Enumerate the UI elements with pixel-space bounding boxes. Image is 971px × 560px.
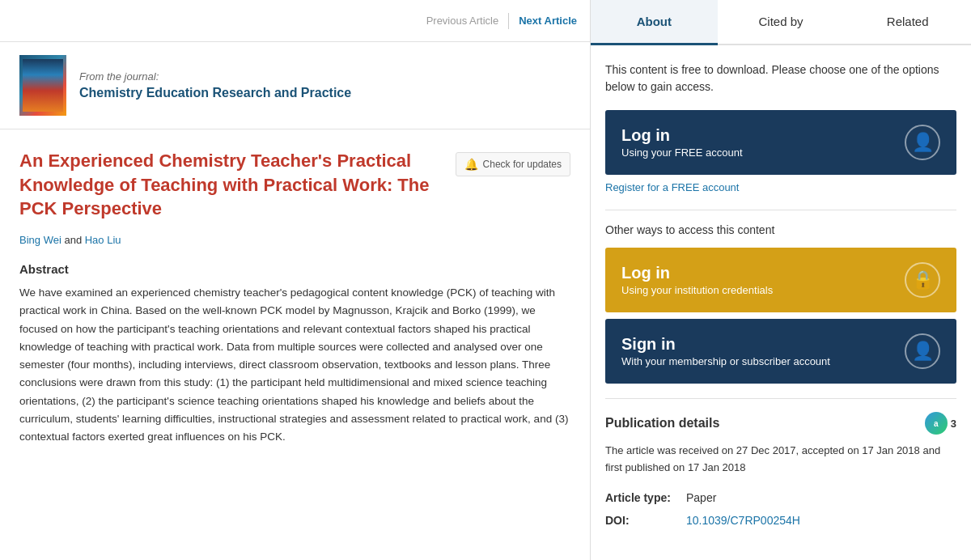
log-in-free-text: Log in Using your FREE account — [621, 126, 743, 159]
log-in-institution-button[interactable]: Log in Using your institution credential… — [605, 248, 956, 312]
doi-value[interactable]: 10.1039/C7RP00254H — [686, 514, 800, 527]
article-nav: Previous Article Next Article — [0, 0, 590, 42]
pub-dates: The article was received on 27 Dec 2017,… — [605, 443, 956, 477]
tab-related[interactable]: Related — [844, 0, 971, 45]
log-in-institution-text: Log in Using your institution credential… — [621, 264, 773, 296]
journal-from-label: From the journal: — [79, 70, 351, 83]
author-separator: and — [64, 234, 84, 246]
journal-info: From the journal: Chemistry Education Re… — [79, 70, 351, 100]
altmetric-badge[interactable]: a 3 — [925, 412, 956, 435]
membership-user-icon: 👤 — [905, 333, 940, 369]
right-content: This content is free to download. Please… — [591, 45, 971, 560]
abstract-label: Abstract — [19, 262, 570, 276]
right-panel: About Cited by Related This content is f… — [591, 0, 971, 560]
bell-icon: 🔔 — [464, 158, 478, 171]
article-title: An Experienced Chemistry Teacher's Pract… — [19, 149, 446, 221]
log-in-institution-sub: Using your institution credentials — [621, 284, 773, 296]
article-area: An Experienced Chemistry Teacher's Pract… — [0, 129, 590, 446]
journal-name[interactable]: Chemistry Education Research and Practic… — [79, 86, 351, 100]
sign-in-button[interactable]: Sign in With your membership or subscrib… — [605, 319, 956, 384]
lock-icon: 🔒 — [905, 262, 940, 298]
author-bing-wei[interactable]: Bing Wei — [19, 234, 61, 246]
pub-divider — [605, 398, 956, 399]
prev-article-link[interactable]: Previous Article — [426, 15, 499, 27]
pub-details-header: Publication details a 3 — [605, 412, 956, 435]
next-article-link[interactable]: Next Article — [519, 15, 577, 27]
doi-row: DOI: 10.1039/C7RP00254H — [605, 514, 956, 527]
tab-bar: About Cited by Related — [591, 0, 971, 45]
log-in-free-sub: Using your FREE account — [621, 146, 743, 159]
divider — [605, 210, 956, 210]
sign-in-text: Sign in With your membership or subscrib… — [621, 335, 830, 367]
access-intro: This content is free to download. Please… — [605, 62, 956, 95]
article-title-row: An Experienced Chemistry Teacher's Pract… — [19, 149, 570, 221]
left-panel: Previous Article Next Article From the j… — [0, 0, 591, 560]
log-in-institution-main: Log in — [621, 264, 773, 282]
register-link[interactable]: Register for a FREE account — [605, 181, 956, 193]
pub-details-title: Publication details — [605, 416, 719, 431]
altmetric-number: 3 — [951, 418, 956, 430]
abstract-text: We have examined an experienced chemistr… — [19, 284, 570, 446]
journal-cover-image — [19, 55, 66, 116]
sign-in-sub: With your membership or subscriber accou… — [621, 355, 830, 367]
article-type-value: Paper — [686, 491, 716, 504]
tab-about[interactable]: About — [591, 0, 718, 45]
sign-in-main: Sign in — [621, 335, 830, 354]
abstract-section: Abstract We have examined an experienced… — [19, 262, 570, 446]
user-icon: 👤 — [905, 125, 940, 160]
journal-header: From the journal: Chemistry Education Re… — [0, 42, 590, 129]
authors: Bing Wei and Hao Liu — [19, 234, 570, 246]
author-hao-liu[interactable]: Hao Liu — [85, 234, 121, 246]
check-updates-label: Check for updates — [483, 159, 562, 170]
article-type-label: Article type: — [605, 491, 678, 504]
check-updates-button[interactable]: 🔔 Check for updates — [456, 152, 570, 176]
tab-cited-by[interactable]: Cited by — [718, 0, 845, 45]
log-in-free-button[interactable]: Log in Using your FREE account 👤 — [605, 110, 956, 175]
nav-divider — [508, 13, 509, 29]
other-ways-label: Other ways to access this content — [605, 223, 956, 236]
log-in-free-main: Log in — [621, 126, 743, 145]
doi-label: DOI: — [605, 514, 678, 527]
article-type-row: Article type: Paper — [605, 491, 956, 504]
altmetric-circle: a — [925, 412, 948, 435]
